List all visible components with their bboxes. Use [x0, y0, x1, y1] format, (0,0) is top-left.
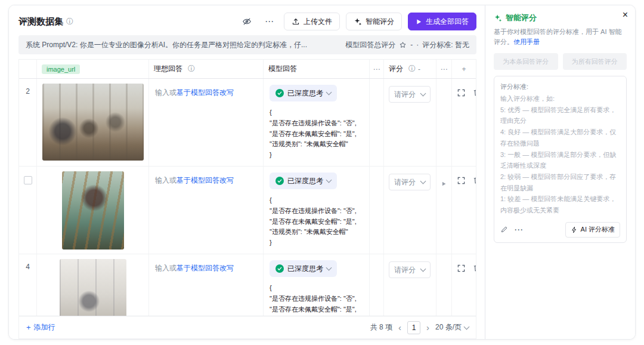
score-placeholder: 请评分 [394, 90, 416, 100]
total-score-label: 模型回答总评分 [345, 40, 395, 50]
edit-pencil-icon[interactable] [500, 226, 508, 233]
spacer-cell [370, 167, 384, 254]
hide-columns-button[interactable] [239, 13, 255, 30]
toolbar-actions: ⋯ 上传文件 智能评分 生成全部回答 [239, 13, 476, 30]
rewrite-from-model-link[interactable]: 基于模型回答改写 [177, 264, 234, 272]
add-row-button[interactable]: + 添加行 [26, 322, 55, 332]
title-info-icon[interactable]: ⓘ [66, 17, 73, 27]
spacer-cell [370, 254, 384, 316]
panel-description: 基于你对模型回答的评分标准，用于 AI 智能评分。使用手册 [494, 27, 627, 47]
dot-separator: · [416, 41, 419, 49]
manual-link[interactable]: 使用手册 [513, 38, 540, 45]
deep-think-badge[interactable]: 已深度思考 [270, 85, 337, 101]
criteria-placeholder-line: 5: 优秀 — 模型回答完全满足所有要求，理由充分 [500, 104, 620, 127]
delete-row-icon[interactable] [473, 176, 476, 184]
column-more-button[interactable]: ⋯ [436, 60, 452, 78]
spacer-cell [370, 79, 384, 166]
more-options-button[interactable]: ⋯ [261, 13, 278, 30]
dataset-image[interactable] [62, 171, 124, 249]
image-url-tag: image_url [42, 64, 80, 74]
score-all-answers-button[interactable]: 为所有回答评分 [563, 53, 627, 70]
generate-all-button[interactable]: 生成全部回答 [408, 13, 476, 30]
generate-row-answer-icon[interactable] [441, 181, 447, 187]
prev-page-button[interactable]: ‹ [398, 323, 401, 332]
table-body: 2 输入或基于模型回答改写 已深度思考 { "是否存在 [19, 79, 476, 316]
criteria-placeholder-line: 4: 良好 — 模型回答满足大部分要求，仅存在轻微问题 [500, 127, 620, 149]
score-header-value: - [418, 65, 420, 73]
score-select[interactable]: 请评分 [389, 261, 431, 278]
total-score-value: - [410, 41, 413, 49]
image-column-header: image_url [37, 60, 149, 78]
deep-think-label: 已深度思考 [287, 176, 323, 186]
image-cell [37, 79, 149, 166]
page-title: 评测数据集 [18, 16, 63, 27]
criteria-placeholder-line: 1: 较差 — 模型回答未能满足关键要求，内容极少或无关紧要 [500, 193, 620, 215]
deep-think-badge[interactable]: 已深度思考 [270, 260, 337, 277]
delete-row-icon[interactable] [473, 88, 476, 97]
chevron-down-icon [326, 90, 332, 96]
expand-row-icon[interactable] [457, 176, 466, 185]
chevron-down-icon [420, 178, 426, 184]
row-index-cell: 4 [19, 254, 37, 316]
next-page-button[interactable]: › [426, 323, 429, 332]
score-info-icon[interactable]: ⓘ [408, 64, 416, 74]
deep-think-label: 已深度思考 [287, 264, 323, 274]
page-number[interactable]: 1 [407, 321, 420, 334]
criteria-placeholder-line: 3: 一般 — 模型回答满足部分要求，但缺乏清晰性或深度 [500, 149, 620, 171]
criteria-label: 评分标准: [500, 82, 620, 91]
smart-score-button[interactable]: 智能评分 [346, 13, 402, 30]
add-column-button[interactable]: + [452, 60, 476, 78]
score-current-answer-button[interactable]: 为本条回答评分 [494, 53, 558, 70]
criteria-input[interactable]: 评分标准: 输入评分标准，如: 5: 优秀 — 模型回答完全满足所有要求，理由充… [494, 76, 627, 243]
score-placeholder: 请评分 [394, 177, 416, 187]
upload-icon [292, 17, 300, 26]
ai-criteria-button[interactable]: AI 评分标准 [565, 222, 620, 238]
score-column-header: 评分 ⓘ - [384, 60, 436, 78]
delete-row-icon[interactable] [473, 264, 476, 272]
row-checkbox[interactable] [24, 176, 32, 184]
panel-header: 智能评分 [494, 13, 627, 23]
ellipsis-icon: ⋯ [265, 16, 274, 27]
rewrite-from-model-link[interactable]: 基于模型回答改写 [177, 176, 234, 184]
ideal-info-icon[interactable]: ⓘ [188, 64, 195, 74]
score-select[interactable]: 请评分 [389, 174, 431, 190]
system-prompt-text[interactable]: 系统 Prompt/V2: 你是一位专业的图像分析AI。你的任务是严格对照给定的… [26, 40, 345, 50]
score-cell: 请评分 [384, 167, 436, 254]
expand-row-icon[interactable] [457, 88, 466, 97]
ideal-answer-cell[interactable]: 输入或基于模型回答改写 [149, 79, 264, 166]
image-cell [37, 167, 149, 254]
ideal-answer-prefix: 输入或 [155, 176, 177, 184]
score-select[interactable]: 请评分 [389, 86, 431, 103]
criteria-placeholder-line: 2: 较弱 — 模型回答部分回应了要求，存在明显缺漏 [500, 171, 620, 193]
criteria-placeholder-line: 输入评分标准，如: [500, 93, 620, 104]
table-header-row: image_url 理想回答 ⓘ 模型回答 ⋯ 评分 ⓘ - [19, 60, 476, 79]
ideal-answer-prefix: 输入或 [155, 264, 177, 272]
page-size-select[interactable]: 20 条/页 [435, 322, 469, 332]
dataset-image[interactable] [42, 84, 144, 161]
ellipsis-icon: ⋯ [441, 65, 448, 73]
rewrite-from-model-link[interactable]: 基于模型回答改写 [177, 88, 234, 97]
column-more-button[interactable]: ⋯ [370, 60, 384, 78]
system-prompt-bar: 系统 Prompt/V2: 你是一位专业的图像分析AI。你的任务是严格对照给定的… [18, 35, 476, 54]
row-more-cell [436, 79, 452, 166]
total-score-summary: 模型回答总评分 - · 评分标准: 暂无 [345, 40, 469, 50]
top-toolbar: 评测数据集 ⓘ ⋯ 上传文件 智能评分 生成全部回答 [18, 11, 476, 32]
score-header-label: 评分 [389, 64, 403, 74]
ideal-answer-cell[interactable]: 输入或基于模型回答改写 [149, 167, 264, 254]
upload-file-button[interactable]: 上传文件 [284, 13, 340, 30]
page-size-value: 20 条/页 [435, 322, 462, 332]
close-icon[interactable]: × [623, 10, 628, 20]
smart-score-panel: × 智能评分 基于你对模型回答的评分标准，用于 AI 智能评分。使用手册 为本条… [485, 5, 635, 339]
expand-row-icon[interactable] [457, 264, 466, 273]
index-column-header [19, 60, 37, 78]
eye-off-icon [242, 17, 252, 26]
score-cell: 请评分 [384, 254, 436, 316]
sparkle-icon [354, 17, 362, 26]
dataset-image[interactable] [60, 259, 126, 316]
row-index-cell [19, 167, 37, 254]
criteria-more-button[interactable]: ⋯ [514, 224, 524, 235]
ideal-answer-cell[interactable]: 输入或基于模型回答改写 [149, 254, 264, 316]
deep-think-badge[interactable]: 已深度思考 [270, 172, 337, 189]
check-icon [275, 264, 284, 273]
sparkle-icon [494, 14, 502, 22]
